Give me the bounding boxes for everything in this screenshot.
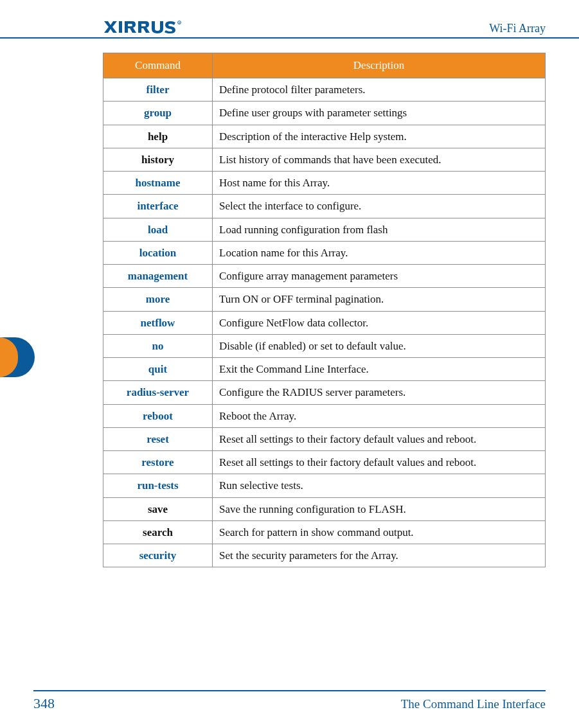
table-row: saveSave the running configuration to FL… [103,497,546,520]
header-right-text: Wi-Fi Array [489,22,546,35]
command-description: Reboot the Array. [213,404,546,427]
command-link[interactable]: restore [103,451,213,474]
command-link[interactable]: no [103,334,213,357]
command-description: Turn ON or OFF terminal pagination. [213,288,546,311]
command-description: Configure NetFlow data collector. [213,311,546,334]
table-row: filterDefine protocol filter parameters. [103,78,546,102]
table-row: interfaceSelect the interface to configu… [103,195,546,218]
command-link[interactable]: management [103,265,213,288]
table-row: run-testsRun selective tests. [103,474,546,497]
side-thumb-tab [0,337,35,377]
table-row: noDisable (if enabled) or set to default… [103,334,546,357]
table-row: locationLocation name for this Array. [103,241,546,264]
command-name: save [103,497,213,520]
table-row: helpDescription of the interactive Help … [103,125,546,148]
command-link[interactable]: quit [103,358,213,381]
command-description: Run selective tests. [213,474,546,497]
command-description: List history of commands that have been … [213,148,546,171]
command-name: help [103,125,213,148]
command-description: Select the interface to configure. [213,195,546,218]
table-row: managementConfigure array management par… [103,265,546,288]
command-link[interactable]: load [103,218,213,241]
footer-title: The Command Line Interface [401,697,546,711]
table-row: moreTurn ON or OFF terminal pagination. [103,288,546,311]
table-row: loadLoad running configuration from flas… [103,218,546,241]
page-header: R Wi-Fi Array [0,18,579,39]
svg-text:R: R [179,22,181,24]
table-row: historyList history of commands that hav… [103,148,546,171]
command-description: Host name for this Array. [213,172,546,195]
command-link[interactable]: interface [103,195,213,218]
command-description: Reset all settings to their factory defa… [213,427,546,450]
command-table-body: filterDefine protocol filter parameters.… [103,78,546,567]
command-description: Reset all settings to their factory defa… [213,451,546,474]
table-row: netflowConfigure NetFlow data collector. [103,311,546,334]
command-link[interactable]: more [103,288,213,311]
command-link[interactable]: location [103,241,213,264]
command-description: Load running configuration from flash [213,218,546,241]
command-link[interactable]: radius-server [103,381,213,404]
command-link[interactable]: reboot [103,404,213,427]
command-link[interactable]: netflow [103,311,213,334]
command-link[interactable]: filter [103,78,213,102]
command-link[interactable]: reset [103,427,213,450]
table-row: searchSearch for pattern in show command… [103,520,546,544]
command-link[interactable]: hostname [103,172,213,195]
table-header-description: Description [213,53,546,78]
command-description: Define user groups with parameter settin… [213,102,546,125]
command-description: Description of the interactive Help syst… [213,125,546,148]
brand-logo: R [103,19,193,35]
table-row: groupDefine user groups with parameter s… [103,102,546,125]
command-description: Configure array management parameters [213,265,546,288]
table-row: hostnameHost name for this Array. [103,172,546,195]
command-description: Configure the RADIUS server parameters. [213,381,546,404]
table-row: securitySet the security parameters for … [103,544,546,567]
command-table: Command Description filterDefine protoco… [103,53,546,567]
table-row: quitExit the Command Line Interface. [103,358,546,381]
command-link[interactable]: run-tests [103,474,213,497]
command-description: Search for pattern in show command outpu… [213,520,546,544]
table-row: resetReset all settings to their factory… [103,427,546,450]
table-row: rebootReboot the Array. [103,404,546,427]
table-header-command: Command [103,53,213,78]
page-number: 348 [33,695,55,712]
content-area: Command Description filterDefine protoco… [0,39,579,567]
command-name: search [103,520,213,544]
command-link[interactable]: security [103,544,213,567]
command-description: Set the security parameters for the Arra… [213,544,546,567]
table-row: restoreReset all settings to their facto… [103,451,546,474]
svg-rect-0 [119,21,122,33]
command-description: Exit the Command Line Interface. [213,358,546,381]
page-footer: 348 The Command Line Interface [0,690,579,712]
table-row: radius-serverConfigure the RADIUS server… [103,381,546,404]
command-description: Location name for this Array. [213,241,546,264]
command-description: Save the running configuration to FLASH. [213,497,546,520]
command-name: history [103,148,213,171]
command-link[interactable]: group [103,102,213,125]
command-description: Disable (if enabled) or set to default v… [213,334,546,357]
command-description: Define protocol filter parameters. [213,78,546,102]
